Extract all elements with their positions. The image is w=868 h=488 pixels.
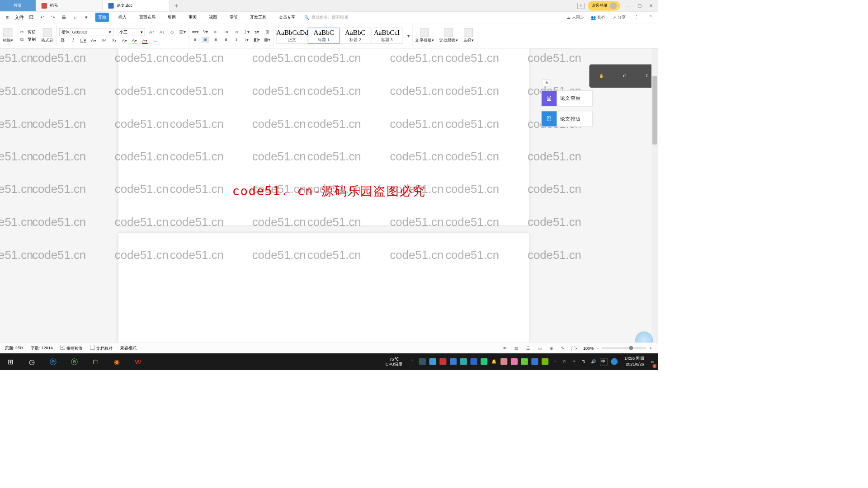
explorer-icon[interactable]: 🗀 — [85, 353, 106, 370]
new-tab-button[interactable]: ＋ — [170, 0, 183, 11]
align-right-button[interactable]: ≡ — [212, 37, 219, 43]
network-icon[interactable]: ⇅ — [580, 358, 587, 365]
distribute-button[interactable]: ⫫ — [233, 37, 240, 43]
word-count[interactable]: 字数: 12014 — [31, 345, 53, 351]
command-search[interactable]: 🔍 查找命令、搜索模板 — [304, 14, 349, 20]
tray-icon[interactable] — [419, 358, 426, 365]
eye-icon[interactable]: 👁 — [502, 345, 508, 351]
style-heading3[interactable]: AaBbCcI标题 3 — [371, 28, 403, 44]
tray-icon[interactable] — [542, 358, 548, 365]
more-icon[interactable]: ⋮ — [632, 14, 640, 21]
font-select[interactable]: 楷体_GB2312▾ — [59, 28, 113, 36]
tab-doc-0[interactable]: 稻壳 — [36, 0, 103, 11]
highlight-button[interactable]: A▾ — [131, 38, 138, 44]
tray-icon[interactable] — [429, 358, 436, 365]
align-justify-button[interactable]: ≡ — [223, 37, 230, 43]
clock[interactable]: 14:55 周四2021/8/26 — [621, 356, 648, 367]
tabstop-button[interactable]: ⊥▾ — [243, 29, 250, 35]
edge-icon[interactable]: ⓔ — [64, 353, 85, 370]
redo-icon[interactable]: ↷ — [49, 14, 57, 21]
collapse-ribbon-icon[interactable]: ⌃ — [647, 14, 655, 21]
cpu-temp-widget[interactable]: 75℃CPU温度 — [382, 357, 406, 366]
zoom-value[interactable]: 100% — [583, 346, 594, 351]
grow-font-icon[interactable]: A↑ — [148, 29, 155, 35]
tray-icon[interactable] — [470, 358, 477, 365]
sort-button[interactable]: ⤮ — [233, 29, 240, 35]
preview-icon[interactable]: ⌕ — [71, 14, 79, 21]
side-plagiarism[interactable]: 🗎论文查重 — [541, 90, 593, 106]
style-heading2[interactable]: AaBbC标题 2 — [340, 28, 371, 44]
borders-button[interactable]: ▦▾ — [264, 37, 271, 43]
menu-devtools[interactable]: 开发工具 — [247, 13, 269, 22]
float-g[interactable]: G — [623, 74, 627, 79]
paste-button[interactable]: 粘贴▾ — [3, 28, 13, 43]
menu-chapter[interactable]: 章节 — [227, 13, 241, 22]
text-effect-button[interactable]: A▾ — [121, 38, 128, 44]
menu-start[interactable]: 开始 — [95, 13, 109, 22]
tray-up-icon[interactable]: ˄ — [409, 358, 415, 365]
tray-icon[interactable] — [481, 358, 487, 365]
tab-doc-1[interactable]: 论文.doc — [103, 0, 170, 11]
window-count-badge[interactable]: 1 — [577, 3, 585, 9]
read-view-icon[interactable]: ▭ — [537, 345, 543, 351]
close-button[interactable]: ✕ — [647, 1, 655, 9]
increase-indent-button[interactable]: ⇥ — [223, 29, 230, 35]
find-replace-button[interactable]: 查找替换▾ — [439, 28, 458, 43]
side-typeset[interactable]: 🗎论文排版 — [541, 111, 593, 127]
print-icon[interactable]: 🖶 — [60, 14, 68, 21]
floating-tool-tab[interactable]: ✋ G F — [589, 64, 658, 88]
share-button[interactable]: ↗ 分享 — [613, 14, 626, 20]
font-color-button[interactable]: A▾ — [142, 38, 148, 44]
format-painter[interactable]: 格式刷 — [41, 28, 53, 43]
start-button[interactable]: ⊞ — [0, 353, 21, 370]
fit-icon[interactable]: ⛶▾ — [571, 345, 578, 351]
zoom-in-button[interactable]: ＋ — [649, 345, 653, 351]
cut-button[interactable]: ✂剪切 — [19, 29, 36, 35]
ie-icon[interactable]: ⓔ — [42, 353, 64, 370]
tray-icon[interactable] — [500, 358, 507, 365]
maximize-button[interactable]: ▢ — [635, 1, 643, 9]
bluetooth-icon[interactable]: ᚼ — [552, 358, 558, 365]
font-size-select[interactable]: 小三▾ — [117, 28, 145, 36]
zoom-out-button[interactable]: − — [596, 346, 599, 351]
line-spacing-button[interactable]: ↕▾ — [243, 37, 250, 43]
subscript-button[interactable]: X₂ — [111, 38, 118, 44]
ime-indicator[interactable]: 中 — [600, 358, 608, 365]
wifi-icon[interactable]: ⌔ — [571, 358, 577, 365]
tray-icon[interactable] — [521, 358, 528, 365]
tab-home[interactable]: 首页 — [0, 0, 36, 11]
taskview-button[interactable]: ◷ — [21, 353, 42, 370]
outline-view-icon[interactable]: ☰ — [525, 345, 531, 351]
spell-check[interactable]: 拼写检查 — [60, 345, 83, 351]
collapse-sidepanel-icon[interactable]: ≙ — [542, 80, 551, 86]
char-border-button[interactable]: ▭ — [152, 38, 159, 44]
tray-icon[interactable] — [460, 358, 467, 365]
text-layout-button[interactable]: 文字排版▾ — [415, 28, 434, 43]
sync-status[interactable]: ☁ 未同步 — [566, 14, 584, 20]
page-indicator[interactable]: 页面: 2/31 — [5, 345, 24, 351]
collab-button[interactable]: 👥 协作 — [591, 14, 606, 20]
menu-member[interactable]: 会员专享 — [276, 13, 298, 22]
shrink-font-icon[interactable]: A↓ — [159, 29, 165, 35]
bell-icon[interactable]: 🔔 — [491, 358, 497, 365]
menu-insert[interactable]: 插入 — [116, 13, 129, 22]
vertical-scrollbar[interactable] — [651, 49, 658, 351]
action-center[interactable]: ▭3 — [647, 353, 658, 370]
clear-format-icon[interactable]: ◇ — [169, 29, 176, 35]
wps-icon[interactable]: W — [127, 353, 149, 370]
web-view-icon[interactable]: ⊕ — [548, 345, 555, 351]
menu-pagelayout[interactable]: 页面布局 — [137, 13, 158, 22]
undo-icon[interactable]: ↶ — [38, 14, 46, 21]
menu-review[interactable]: 审阅 — [186, 13, 199, 22]
select-button[interactable]: 选择▾ — [463, 28, 474, 43]
paraformat-button[interactable]: ⊞ — [264, 29, 271, 35]
italic-button[interactable]: I — [70, 38, 76, 44]
tray-icon[interactable] — [450, 358, 457, 365]
menu-icon[interactable]: ≡ — [4, 14, 11, 21]
tray-icon[interactable] — [439, 358, 446, 365]
save-icon[interactable]: 🖫 — [28, 14, 35, 21]
login-pill[interactable]: 访客登录 — [588, 1, 620, 10]
align-left-button[interactable]: ≡ — [192, 37, 198, 43]
tray-icon[interactable] — [511, 358, 518, 365]
tray-icon[interactable] — [531, 358, 538, 365]
